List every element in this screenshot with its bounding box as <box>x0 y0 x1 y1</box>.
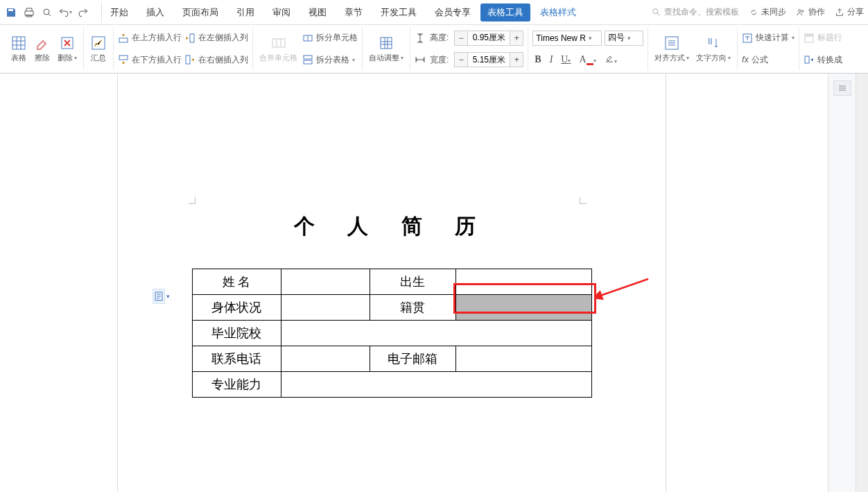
insert-col-left[interactable]: 在左侧插入列 <box>184 32 248 44</box>
share-button[interactable]: 分享 <box>835 6 864 18</box>
cell-health-label[interactable]: 身体状况 <box>192 295 281 321</box>
print-icon[interactable] <box>22 6 36 19</box>
cell-email-label[interactable]: 电子邮箱 <box>370 346 455 372</box>
cell-skill-label[interactable]: 专业能力 <box>192 372 281 398</box>
cell-health-value[interactable] <box>281 295 370 321</box>
cell-skill-value[interactable] <box>281 372 591 398</box>
tab-layout[interactable]: 页面布局 <box>174 2 227 23</box>
menubar-right: 查找命令、搜索模板 未同步 协作 分享 <box>652 6 864 18</box>
tab-developer[interactable]: 开发工具 <box>372 2 425 23</box>
resume-table[interactable]: 姓 名 出生 身体状况 籍贯 毕业院校 联系电话 <box>192 269 592 398</box>
menubar: ▾ 开始 插入 页面布局 引用 审阅 视图 章节 开发工具 会员专享 表格工具 … <box>0 0 868 25</box>
tab-review[interactable]: 审阅 <box>264 2 299 23</box>
svg-rect-7 <box>119 38 128 42</box>
erase-button[interactable]: 擦除 <box>32 35 53 63</box>
cell-school-label[interactable]: 毕业院校 <box>192 321 281 346</box>
tab-member[interactable]: 会员专享 <box>426 2 479 23</box>
decrement-button[interactable]: − <box>455 53 467 67</box>
document-title[interactable]: 个 人 简 历 <box>118 74 666 262</box>
group-table-ops: 表格 擦除 删除▾ <box>4 28 84 70</box>
show-gridlines-button[interactable]: 表格 <box>8 35 29 63</box>
tab-section[interactable]: 章节 <box>336 2 371 23</box>
summary-button[interactable]: 汇总 <box>88 35 109 63</box>
cell-email-value[interactable] <box>455 346 591 372</box>
bold-button[interactable]: B <box>532 53 543 67</box>
tab-table-tools[interactable]: 表格工具 <box>480 3 530 22</box>
paragraph-options-button[interactable]: ▾ <box>153 289 170 304</box>
formula[interactable]: fx公式 <box>742 54 795 66</box>
svg-rect-13 <box>304 56 312 59</box>
height-spinner[interactable]: − + <box>454 31 523 46</box>
cell-phone-label[interactable]: 联系电话 <box>192 346 281 372</box>
tab-reference[interactable]: 引用 <box>228 2 263 23</box>
underline-button[interactable]: U▾ <box>559 53 573 67</box>
group-insert: 在上方插入行 在下方插入行 在左侧插入列 在右侧插入列 <box>114 28 253 70</box>
cell-phone-value[interactable] <box>281 346 370 372</box>
cell-birth-value[interactable] <box>455 269 591 295</box>
cell-origin-label[interactable]: 籍贯 <box>370 295 455 321</box>
quick-access-toolbar: ▾ <box>4 6 90 19</box>
font-name-combo[interactable]: Times New R▾ <box>532 31 602 46</box>
col-width: 宽度: − + <box>415 52 523 67</box>
delete-button[interactable]: 删除▾ <box>55 35 79 63</box>
scrollbar[interactable] <box>856 74 868 492</box>
cell-birth-label[interactable]: 出生 <box>370 269 455 295</box>
width-input[interactable] <box>467 53 510 67</box>
page: 个 人 简 历 姓 名 出生 身体状况 籍贯 毕业院校 <box>118 74 666 492</box>
font-color-button[interactable]: A▾ <box>577 53 598 67</box>
split-cells[interactable]: 拆分单元格 <box>302 32 358 44</box>
width-spinner[interactable]: − + <box>454 52 523 67</box>
document-scroll[interactable]: 个 人 简 历 姓 名 出生 身体状况 籍贯 毕业院校 <box>0 74 828 492</box>
tab-insert[interactable]: 插入 <box>138 2 173 23</box>
margin-corner-tl <box>189 197 196 204</box>
tab-table-style[interactable]: 表格样式 <box>532 2 584 23</box>
svg-rect-8 <box>119 56 128 60</box>
preview-icon[interactable] <box>40 6 54 19</box>
search-box[interactable]: 查找命令、搜索模板 <box>652 6 739 18</box>
collab-button[interactable]: 协作 <box>796 6 825 18</box>
group-titlerow: 标题行 转换成 <box>799 28 847 70</box>
insert-row-below[interactable]: 在下方插入行 <box>118 54 182 66</box>
table-row[interactable]: 身体状况 籍贯 <box>192 295 591 321</box>
redo-icon[interactable] <box>76 6 90 19</box>
group-merge: 合并单元格 拆分单元格 拆分表格▾ <box>253 28 363 70</box>
cell-name-value[interactable] <box>281 269 370 295</box>
unsync-button[interactable]: 未同步 <box>749 6 786 18</box>
svg-rect-10 <box>186 56 190 64</box>
cell-origin-value-selected[interactable] <box>455 295 591 321</box>
font-size-combo[interactable]: 四号▾ <box>605 31 643 46</box>
convert[interactable]: 转换成 <box>804 54 842 66</box>
insert-col-right[interactable]: 在右侧插入列 <box>184 54 248 66</box>
svg-rect-15 <box>381 37 392 49</box>
height-input[interactable] <box>467 31 510 45</box>
increment-button[interactable]: + <box>510 31 523 45</box>
highlight-button[interactable]: ▾ <box>602 52 619 67</box>
text-direction-button[interactable]: II 文字方向▾ <box>694 35 733 63</box>
increment-button[interactable]: + <box>510 53 523 67</box>
cell-school-value[interactable] <box>281 321 591 346</box>
quick-calc[interactable]: 快速计算▾ <box>742 32 795 44</box>
cell-name-label[interactable]: 姓 名 <box>192 269 281 295</box>
table-row[interactable]: 姓 名 出生 <box>192 269 591 295</box>
svg-rect-20 <box>805 34 813 37</box>
rail-toggle-button[interactable] <box>833 80 851 96</box>
save-icon[interactable] <box>4 6 18 19</box>
height-icon <box>415 33 426 44</box>
undo-icon[interactable]: ▾ <box>58 6 72 19</box>
svg-rect-9 <box>190 34 194 42</box>
table-row[interactable]: 专业能力 <box>192 372 591 398</box>
chevron-down-icon: ▾ <box>166 293 170 300</box>
italic-button[interactable]: I <box>548 53 555 67</box>
svg-point-3 <box>801 10 804 12</box>
insert-row-above[interactable]: 在上方插入行 <box>118 32 182 44</box>
decrement-button[interactable]: − <box>455 31 467 45</box>
grid-icon <box>10 35 27 51</box>
align-button[interactable]: 对齐方式▾ <box>652 35 691 63</box>
split-table[interactable]: 拆分表格▾ <box>302 54 358 66</box>
autofit-button[interactable]: 自动调整▾ <box>367 35 406 63</box>
merge-icon <box>270 35 287 51</box>
table-row[interactable]: 毕业院校 <box>192 321 591 346</box>
tab-view[interactable]: 视图 <box>300 2 335 23</box>
table-row[interactable]: 联系电话 电子邮箱 <box>192 346 591 372</box>
tab-start[interactable]: 开始 <box>101 2 137 23</box>
